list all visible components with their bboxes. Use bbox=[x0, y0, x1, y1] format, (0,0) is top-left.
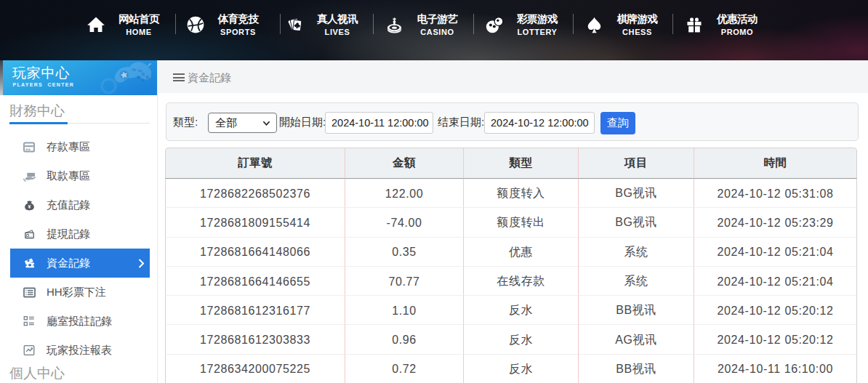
svg-text:¥: ¥ bbox=[28, 203, 31, 209]
